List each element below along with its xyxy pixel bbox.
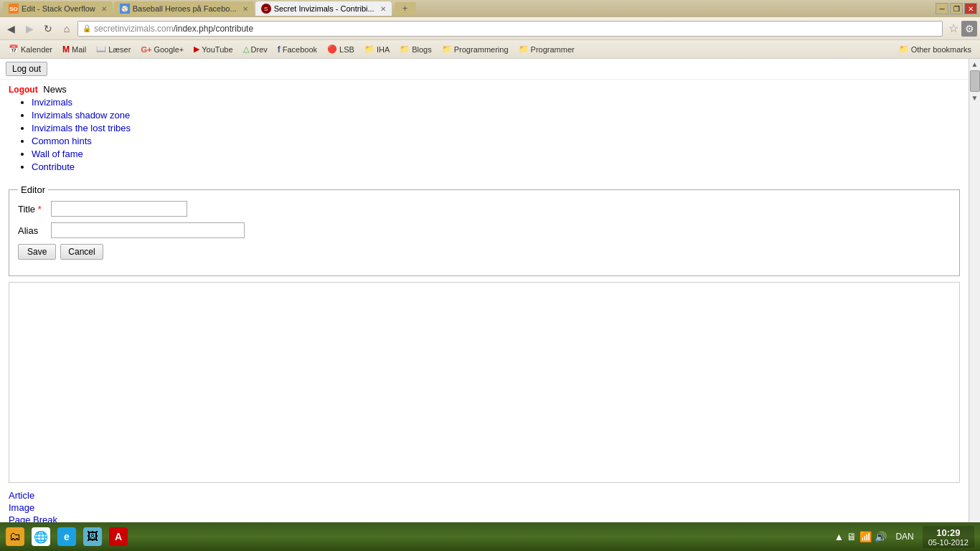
taskbar-chrome[interactable]: 🌐 bbox=[29, 524, 53, 549]
googleplus-icon: G+ bbox=[141, 45, 151, 54]
minimize-btn[interactable]: ─ bbox=[936, 3, 948, 14]
kalender-label: Kalender bbox=[21, 45, 52, 54]
window-controls: ─ ❐ ✕ bbox=[936, 3, 977, 14]
mail-icon: M bbox=[62, 44, 70, 55]
tab-3-close[interactable]: ✕ bbox=[380, 5, 386, 13]
clock[interactable]: 10:29 05-10-2012 bbox=[923, 526, 974, 548]
bookmark-laeser[interactable]: 📖 Læser bbox=[92, 43, 135, 55]
tray-arrow-icon[interactable]: ▲ bbox=[834, 531, 844, 542]
bookmark-iha[interactable]: 📁 IHA bbox=[360, 43, 394, 55]
list-item: Common hints bbox=[32, 136, 960, 146]
bookmarks-bar: 📅 Kalender M Mail 📖 Læser G+ Google+ ▶ Y… bbox=[0, 40, 980, 59]
url-display: secretinvizimals.com/index.php/contribut… bbox=[94, 24, 253, 34]
taskbar-ie[interactable]: e bbox=[55, 524, 79, 549]
bookmark-youtube[interactable]: ▶ YouTube bbox=[189, 43, 237, 55]
settings-btn[interactable]: ⚙ bbox=[961, 21, 977, 37]
tab-2-favicon: ⚾ bbox=[120, 4, 130, 14]
nav-link-lost-tribes[interactable]: Invizimals the lost tribes bbox=[32, 123, 131, 133]
tab-1[interactable]: SO Edit - Stack Overflow ✕ bbox=[3, 1, 113, 16]
tab-2-close[interactable]: ✕ bbox=[242, 5, 248, 13]
image-link[interactable]: Image bbox=[9, 502, 960, 513]
tray-volume-icon[interactable]: 🔊 bbox=[875, 531, 887, 542]
nav-bar: ◀ ▶ ↻ ⌂ 🔒 secretinvizimals.com/index.php… bbox=[0, 17, 980, 40]
logout-label: Logout bbox=[9, 85, 38, 95]
bookmark-blogs[interactable]: 📁 Blogs bbox=[395, 43, 436, 55]
other-icon: 📁 bbox=[899, 44, 909, 54]
taskbar-file-manager[interactable]: 🗂 bbox=[3, 524, 27, 549]
programmer-icon: 📁 bbox=[519, 44, 529, 54]
lsb-label: LSB bbox=[339, 45, 354, 54]
tab-3[interactable]: S Secret Invizimals - Contribi... ✕ bbox=[255, 1, 392, 16]
scroll-down-btn[interactable]: ▼ bbox=[969, 93, 980, 103]
nav-link-common-hints[interactable]: Common hints bbox=[32, 136, 92, 146]
facebook-label: Facebook bbox=[283, 45, 317, 54]
tab-3-label: Secret Invizimals - Contribi... bbox=[274, 4, 374, 13]
tray-signal-icon[interactable]: 📶 bbox=[859, 531, 872, 542]
title-input[interactable] bbox=[51, 201, 187, 217]
bookmark-mail[interactable]: M Mail bbox=[58, 43, 90, 56]
iha-icon: 📁 bbox=[364, 44, 374, 54]
logout-button[interactable]: Log out bbox=[6, 62, 47, 76]
bookmark-drev[interactable]: △ Drev bbox=[239, 43, 272, 55]
article-link[interactable]: Article bbox=[9, 490, 960, 501]
alias-input[interactable] bbox=[51, 222, 245, 238]
googleplus-label: Google+ bbox=[154, 45, 184, 54]
lock-icon: 🔒 bbox=[83, 24, 91, 32]
cancel-button[interactable]: Cancel bbox=[60, 244, 103, 260]
programmering-label: Programmering bbox=[454, 45, 509, 54]
site-nav: Logout News Invizimals Invizimals shadow… bbox=[0, 80, 969, 179]
blogs-label: Blogs bbox=[412, 45, 432, 54]
taskbar-pdf[interactable]: A bbox=[106, 524, 131, 549]
tab-1-close[interactable]: ✕ bbox=[101, 5, 107, 13]
title-row: Title * bbox=[18, 201, 951, 217]
scrollbar[interactable]: ▲ ▼ bbox=[969, 59, 980, 522]
forward-btn[interactable]: ▶ bbox=[22, 21, 37, 37]
tray-network-icon[interactable]: 🖥 bbox=[847, 531, 857, 542]
tray-language: DAN bbox=[895, 532, 913, 542]
bookmark-other[interactable]: 📁 Other bookmarks bbox=[895, 43, 976, 55]
bookmark-facebook[interactable]: f Facebook bbox=[273, 43, 321, 56]
save-button[interactable]: Save bbox=[18, 244, 56, 260]
bookmark-kalender[interactable]: 📅 Kalender bbox=[4, 43, 57, 55]
logout-area: Log out bbox=[0, 59, 969, 80]
settings-icon: ⚙ bbox=[965, 23, 974, 34]
bookmark-programmering[interactable]: 📁 Programmering bbox=[438, 43, 513, 55]
nav-link-invizimals[interactable]: Invizimals bbox=[32, 97, 72, 108]
laeser-label: Læser bbox=[108, 45, 131, 54]
main-area: Log out Logout News Invizimals Invizimal… bbox=[0, 59, 980, 522]
list-item: Invizimals bbox=[32, 97, 960, 108]
lsb-icon: 🔴 bbox=[327, 44, 337, 54]
address-bar[interactable]: 🔒 secretinvizimals.com/index.php/contrib… bbox=[77, 21, 943, 37]
bookmark-star[interactable]: ☆ bbox=[948, 22, 958, 35]
back-btn[interactable]: ◀ bbox=[3, 21, 19, 37]
nav-link-wall-of-fame[interactable]: Wall of fame bbox=[32, 149, 83, 159]
scroll-thumb[interactable] bbox=[970, 70, 980, 92]
bookmark-programmer[interactable]: 📁 Programmer bbox=[514, 43, 579, 55]
nav-link-shadow-zone[interactable]: Invizimals shadow zone bbox=[32, 110, 130, 121]
facebook-icon: f bbox=[278, 44, 281, 55]
new-tab-btn[interactable]: + bbox=[395, 2, 416, 15]
restore-btn[interactable]: ❐ bbox=[950, 3, 963, 14]
file-manager-icon: 🗂 bbox=[6, 527, 24, 546]
taskbar-tray: ▲ 🖥 📶 🔊 DAN 10:29 05-10-2012 bbox=[834, 526, 977, 548]
scroll-up-btn[interactable]: ▲ bbox=[969, 59, 980, 70]
taskbar-pictures[interactable]: 🖼 bbox=[80, 524, 105, 549]
bookmark-googleplus[interactable]: G+ Google+ bbox=[136, 44, 188, 55]
blogs-icon: 📁 bbox=[400, 44, 410, 54]
url-path: /index.php/contribute bbox=[174, 24, 253, 34]
close-btn[interactable]: ✕ bbox=[964, 3, 977, 14]
button-row: Save Cancel bbox=[18, 244, 951, 260]
home-btn[interactable]: ⌂ bbox=[59, 21, 75, 37]
laeser-icon: 📖 bbox=[96, 44, 106, 54]
page-break-link[interactable]: Page Break bbox=[9, 514, 960, 522]
refresh-btn[interactable]: ↻ bbox=[40, 21, 56, 37]
nav-list: Invizimals Invizimals shadow zone Invizi… bbox=[9, 97, 960, 172]
tab-3-favicon: S bbox=[261, 4, 271, 14]
editor-legend: Editor bbox=[18, 184, 48, 195]
editor-body[interactable] bbox=[9, 282, 960, 483]
bookmark-lsb[interactable]: 🔴 LSB bbox=[323, 43, 359, 55]
list-item: Invizimals the lost tribes bbox=[32, 123, 960, 133]
list-item: Contribute bbox=[32, 161, 960, 172]
tab-2[interactable]: ⚾ Baseball Heroes på Facebo... ✕ bbox=[114, 1, 254, 16]
nav-link-contribute[interactable]: Contribute bbox=[32, 161, 75, 172]
